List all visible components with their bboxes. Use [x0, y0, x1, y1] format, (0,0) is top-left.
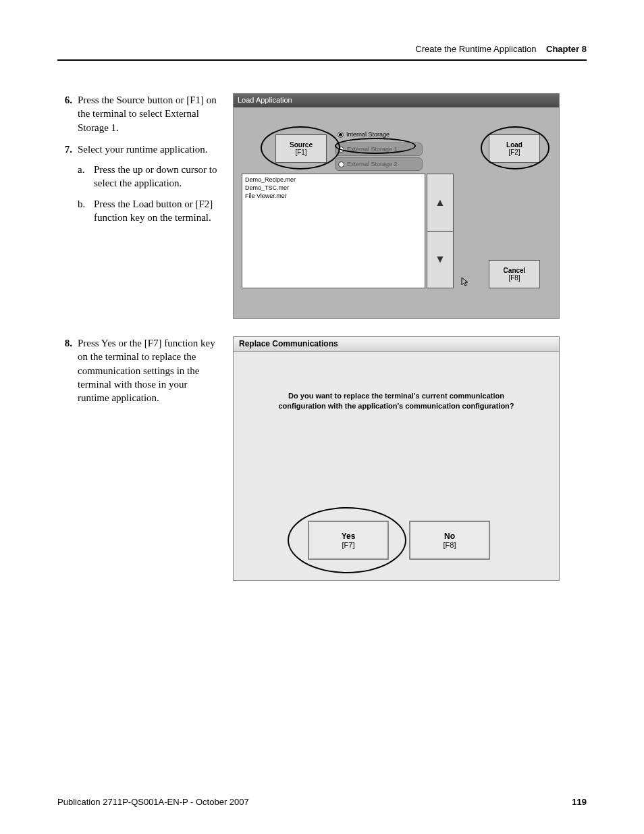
- load-application-panel: Load Application Source [F1] Internal St…: [233, 93, 560, 319]
- step7b-num: b.: [78, 197, 90, 225]
- page-footer: Publication 2711P-QS001A-EN-P - October …: [57, 797, 587, 807]
- file-item[interactable]: Demo_TSC.mer: [245, 184, 422, 192]
- no-key: [F8]: [444, 541, 456, 549]
- page-header: Create the Runtime Application Chapter 8: [57, 44, 587, 61]
- replacedlg-title: Replace Communications: [234, 337, 559, 352]
- step6-num: 6.: [57, 93, 72, 134]
- yes-key: [F7]: [342, 541, 355, 549]
- step7-text: Select your runtime application.: [78, 144, 207, 155]
- step8-text: Press Yes or the [F7] function key on th…: [78, 336, 219, 405]
- radio-ext1-label: External Storage 1: [347, 146, 398, 153]
- footer-page-number: 119: [572, 797, 587, 807]
- file-scroll: ▲ ▼: [427, 174, 454, 288]
- source-label: Source: [290, 141, 313, 149]
- msg-line1: Do you want to replace the terminal's cu…: [288, 392, 504, 400]
- load-button[interactable]: Load [F2]: [489, 134, 540, 163]
- file-list[interactable]: Demo_Recipe.mer Demo_TSC.mer File Viewer…: [242, 174, 425, 288]
- header-chapter: Chapter 8: [546, 44, 587, 54]
- load-label: Load: [506, 141, 522, 149]
- yes-label: Yes: [342, 531, 356, 541]
- scroll-up-button[interactable]: ▲: [427, 174, 453, 232]
- cancel-label: Cancel: [504, 267, 526, 274]
- chevron-up-icon: ▲: [435, 197, 446, 209]
- step7-num: 7.: [57, 142, 72, 231]
- cursor-icon: [456, 272, 475, 291]
- footer-publication: Publication 2711P-QS001A-EN-P - October …: [57, 797, 249, 807]
- yes-button[interactable]: Yes [F7]: [308, 521, 389, 560]
- radio-external-storage-2[interactable]: External Storage 2: [335, 157, 423, 171]
- radio-ext2-label: External Storage 2: [347, 161, 398, 167]
- radio-dot-icon: [338, 147, 344, 153]
- step7b-text: Press the Load button or [F2] function k…: [94, 197, 219, 225]
- step7a-num: a.: [78, 163, 90, 190]
- file-item[interactable]: File Viewer.mer: [245, 192, 422, 200]
- radio-dot-icon: [338, 132, 344, 138]
- step7a-text: Press the up or down cursor to select th…: [94, 163, 219, 190]
- chevron-down-icon: ▼: [435, 253, 446, 265]
- file-item[interactable]: Demo_Recipe.mer: [245, 176, 422, 184]
- step8-num: 8.: [57, 336, 72, 405]
- msg-line2: configuration with the application's com…: [278, 402, 514, 410]
- no-button[interactable]: No [F8]: [409, 521, 490, 560]
- cancel-key: [F8]: [508, 274, 520, 282]
- source-key: [F1]: [295, 149, 306, 156]
- radio-internal-label: Internal Storage: [346, 131, 390, 138]
- no-label: No: [444, 531, 455, 541]
- scroll-down-button[interactable]: ▼: [427, 232, 453, 288]
- step6-text: Press the Source button or [F1] on the t…: [78, 93, 219, 134]
- source-button[interactable]: Source [F1]: [275, 134, 327, 163]
- header-section: Create the Runtime Application: [415, 44, 536, 54]
- radio-external-storage-1[interactable]: External Storage 1: [335, 142, 423, 156]
- replacedlg-message: Do you want to replace the terminal's cu…: [261, 391, 532, 412]
- loadapp-title: Load Application: [234, 94, 559, 107]
- radio-dot-icon: [338, 161, 344, 167]
- cancel-button[interactable]: Cancel [F8]: [489, 260, 540, 288]
- radio-internal-storage[interactable]: Internal Storage: [335, 128, 423, 141]
- storage-radio-group: Internal Storage External Storage 1 Exte…: [335, 128, 423, 171]
- load-key: [F2]: [508, 149, 520, 156]
- replace-communications-dialog: Replace Communications Do you want to re…: [233, 336, 560, 581]
